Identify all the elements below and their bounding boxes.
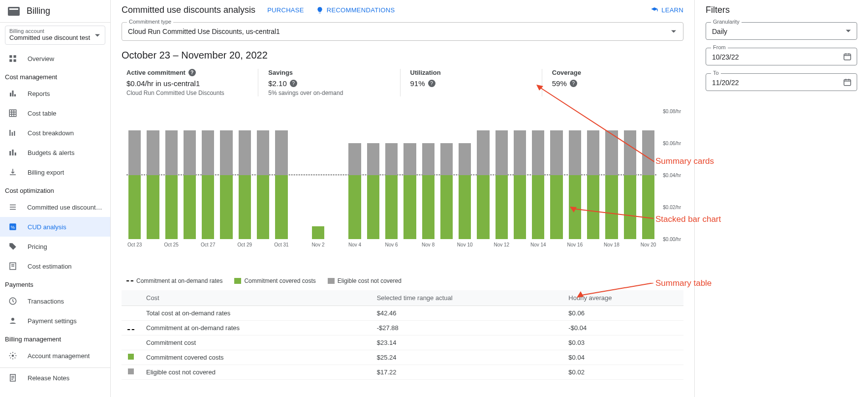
sidebar-item-label: Overview — [28, 55, 54, 62]
svg-rect-6 — [14, 94, 16, 97]
summary-table: Cost Selected time range actual Hourly a… — [122, 290, 683, 380]
calendar-icon — [843, 52, 852, 61]
notes-icon — [8, 373, 18, 383]
sidebar-item-label: Cost table — [28, 110, 57, 117]
page-header: Committed use discounts analysis PURCHAS… — [122, 0, 683, 22]
page-title: Committed use discounts analysis — [122, 5, 255, 15]
sidebar-item-billing-export[interactable]: Billing export — [0, 162, 110, 182]
card-subtext: Cloud Run Committed Use Discounts — [126, 90, 248, 96]
billing-icon — [8, 7, 20, 16]
help-icon[interactable]: ? — [570, 80, 577, 87]
calendar-icon — [843, 78, 852, 87]
green-swatch — [234, 278, 241, 284]
sidebar-item-label: Cost estimation — [28, 263, 72, 270]
table-header-actual: Selected time range actual — [371, 290, 563, 306]
billing-account-value: Committed use discount test — [9, 34, 101, 41]
sidebar-item-payment-settings[interactable]: Payment settings — [0, 311, 110, 331]
sidebar-item-label: Budgets & alerts — [28, 149, 74, 156]
sidebar-item-account-management[interactable]: Account management — [0, 346, 110, 366]
stacked-bar-chart: $0.00/hr$0.02/hr$0.04/hr$0.06/hr$0.08/hr… — [122, 111, 683, 254]
card-title: Utilization — [410, 69, 441, 76]
content: Committed use discounts analysis PURCHAS… — [111, 0, 695, 397]
sidebar-item-label: Cost breakdown — [28, 129, 74, 137]
granularity-label: Granularity — [711, 19, 742, 25]
granularity-select[interactable]: Granularity Daily — [706, 22, 857, 40]
help-icon[interactable]: ? — [290, 80, 297, 87]
legend-not-covered: Eligible cost not covered — [328, 277, 402, 284]
sidebar-item-overview[interactable]: Overview — [0, 49, 110, 68]
dash-swatch — [126, 280, 133, 281]
svg-rect-9 — [14, 131, 15, 136]
svg-rect-7 — [9, 130, 10, 136]
sidebar: Billing Billing account Committed use di… — [0, 0, 111, 397]
product-title: Billing — [27, 6, 50, 16]
svg-rect-4 — [10, 93, 11, 97]
svg-rect-11 — [12, 150, 14, 155]
legend-covered: Commitment covered costs — [234, 277, 315, 284]
card-title: Savings — [268, 69, 293, 76]
breakdown-icon — [8, 128, 18, 138]
from-date-field[interactable]: From 10/23/22 — [706, 48, 857, 65]
sidebar-item-cost-table[interactable]: Cost table — [0, 103, 110, 123]
svg-point-17 — [11, 318, 14, 321]
learn-button[interactable]: LEARN — [651, 6, 683, 14]
sidebar-item-label: CUD analysis — [28, 223, 66, 231]
sidebar-item-label: Account management — [28, 352, 90, 360]
overview-icon — [8, 54, 18, 63]
table-row: Total cost at on-demand rates$42.46$0.06 — [122, 306, 683, 321]
purchase-button[interactable]: PURCHASE — [267, 6, 304, 14]
commitment-type-select[interactable]: Commitment type Cloud Run Committed Use … — [122, 22, 683, 41]
to-value: 11/20/22 — [712, 79, 739, 87]
billing-account-select[interactable]: Billing account Committed use discount t… — [5, 26, 105, 45]
recommendations-button[interactable]: RECOMMENDATIONS — [316, 6, 395, 14]
table-row: Eligible cost not covered$17.22$0.02 — [122, 365, 683, 380]
from-label: From — [711, 44, 728, 50]
gear-icon — [8, 351, 18, 361]
card-value: 59% — [552, 79, 567, 88]
summary-cards: Active commitment? $0.04/hr in us-centra… — [122, 69, 683, 101]
nav-section-cost-management: Cost management — [0, 68, 110, 84]
table-header-avg: Hourly average — [562, 290, 683, 306]
sidebar-item-cost-estimation[interactable]: Cost estimation — [0, 256, 110, 276]
svg-rect-3 — [14, 60, 16, 62]
svg-rect-20 — [844, 54, 851, 60]
chart-legend: Commitment at on-demand rates Commitment… — [122, 277, 683, 290]
table-row: Commitment covered costs$25.24$0.04 — [122, 350, 683, 365]
commitment-type-label: Commitment type — [127, 19, 173, 25]
sidebar-item-label: Payment settings — [28, 317, 77, 325]
list-icon — [8, 202, 17, 212]
filters-panel: Filters Granularity Daily From 10/23/22 … — [695, 0, 868, 397]
card-coverage: Coverage 59%? — [542, 69, 683, 96]
svg-rect-1 — [14, 55, 16, 58]
sidebar-item-release-notes[interactable]: Release Notes — [0, 367, 110, 388]
to-label: To — [711, 70, 721, 76]
learn-icon — [651, 6, 658, 14]
card-title: Coverage — [552, 69, 581, 76]
person-icon — [8, 316, 18, 326]
nav-section-payments: Payments — [0, 276, 110, 291]
sidebar-item-label: Pricing — [28, 243, 47, 250]
sidebar-item-budgets[interactable]: Budgets & alerts — [0, 143, 110, 162]
bar-chart-icon — [8, 89, 18, 98]
granularity-value: Daily — [712, 28, 727, 35]
filters-title: Filters — [706, 5, 857, 15]
card-subtext: 5% savings over on-demand — [268, 90, 390, 96]
sidebar-item-label: Billing export — [28, 169, 64, 176]
svg-rect-21 — [844, 80, 851, 86]
svg-rect-5 — [12, 91, 14, 96]
sidebar-item-cud-analysis[interactable]: % CUD analysis — [0, 217, 110, 237]
commitment-type-value: Cloud Run Committed Use Discounts, us-ce… — [128, 28, 280, 35]
card-title: Active commitment — [126, 69, 186, 76]
sidebar-item-reports[interactable]: Reports — [0, 84, 110, 103]
to-date-field[interactable]: To 11/20/22 — [706, 73, 857, 91]
sidebar-item-transactions[interactable]: Transactions — [0, 291, 110, 311]
card-value: 91% — [410, 79, 425, 88]
sidebar-item-label: Reports — [28, 90, 50, 97]
sidebar-item-cud[interactable]: Committed use discounts… — [0, 197, 110, 217]
sidebar-item-cost-breakdown[interactable]: Cost breakdown — [0, 123, 110, 143]
sidebar-item-pricing[interactable]: Pricing — [0, 237, 110, 256]
help-icon[interactable]: ? — [428, 80, 435, 87]
svg-rect-2 — [9, 60, 12, 62]
help-icon[interactable]: ? — [188, 69, 196, 76]
table-header-swatch — [122, 290, 140, 306]
